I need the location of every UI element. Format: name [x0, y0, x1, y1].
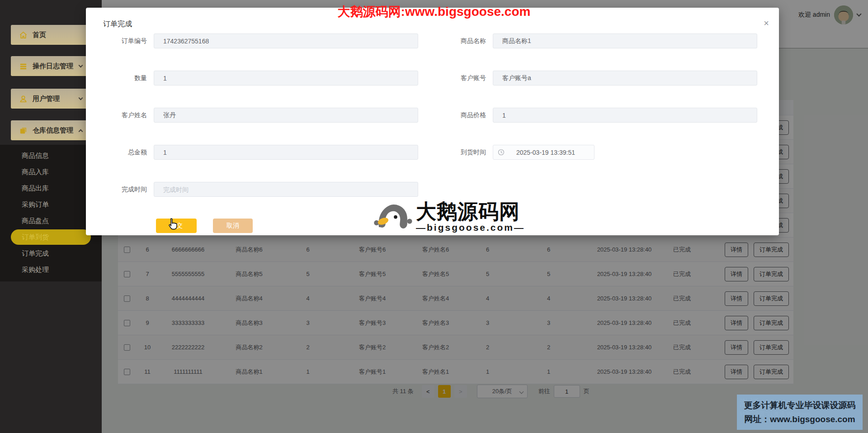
finish-time-label: 完成时间 [86, 186, 154, 194]
close-icon[interactable]: × [764, 19, 769, 28]
clock-icon [498, 149, 505, 156]
order-no-label: 订单编号 [86, 37, 154, 45]
arrival-time-label: 到货时间 [425, 148, 493, 157]
product-price-label: 商品价格 [425, 111, 493, 119]
arrival-time-picker[interactable] [493, 145, 594, 160]
customer-account-label: 客户账号 [425, 74, 493, 82]
footer-badge-watermark: 更多计算机专业毕设课设源码 网址：www.bigsgoose.com [737, 395, 863, 430]
product-name-label: 商品名称 [425, 37, 493, 45]
customer-account-input[interactable] [493, 71, 757, 86]
sidebar-item-order-complete[interactable]: 订单完成 [0, 245, 102, 262]
chevron-down-icon [79, 63, 83, 68]
quantity-label: 数量 [86, 74, 154, 82]
sidebar-item-warehouse-management[interactable]: 仓库信息管理 [11, 120, 88, 140]
dialog-title: 订单完成 [103, 19, 132, 29]
customer-name-input[interactable] [154, 108, 418, 123]
sidebar-item-order-arrival[interactable]: 订单到货 [11, 229, 91, 245]
sidebar-item-home[interactable]: 首页 [11, 25, 88, 45]
warehouse-icon [19, 126, 28, 135]
product-name-input[interactable] [493, 33, 757, 48]
sidebar-item-label: 首页 [33, 31, 46, 39]
total-amount-input[interactable] [154, 145, 418, 160]
quantity-input[interactable] [154, 71, 418, 86]
badge-line: 更多计算机专业毕设课设源码 [744, 400, 856, 411]
sidebar-item-purchase-handle[interactable]: 采购处理 [0, 262, 102, 278]
chevron-up-icon [79, 129, 83, 133]
sidebar-item-user-management[interactable]: 用户管理 [11, 89, 88, 109]
log-icon [19, 62, 28, 71]
badge-line: 网址：www.bigsgoose.com [744, 414, 855, 425]
chevron-down-icon [79, 96, 83, 100]
order-complete-dialog: 订单完成 × 订单编号 数量 客户姓名 总金额 完成时间 商品名称 客户账号 [86, 8, 779, 235]
total-amount-label: 总金额 [86, 148, 154, 157]
arrival-time-input[interactable] [505, 149, 586, 156]
cancel-button[interactable]: 取消 [213, 219, 253, 233]
user-icon [19, 95, 28, 103]
sidebar-item-label: 操作日志管理 [33, 62, 73, 71]
home-icon [19, 31, 28, 39]
customer-name-label: 客户姓名 [86, 111, 154, 119]
product-price-input[interactable] [493, 108, 757, 123]
sidebar-item-label: 用户管理 [33, 95, 60, 103]
sidebar-item-log-management[interactable]: 操作日志管理 [11, 56, 88, 76]
sidebar-item-label: 仓库信息管理 [33, 126, 73, 135]
finish-time-input[interactable] [154, 182, 418, 197]
order-no-input[interactable] [154, 33, 418, 48]
submit-button[interactable]: 提交 [156, 219, 197, 233]
